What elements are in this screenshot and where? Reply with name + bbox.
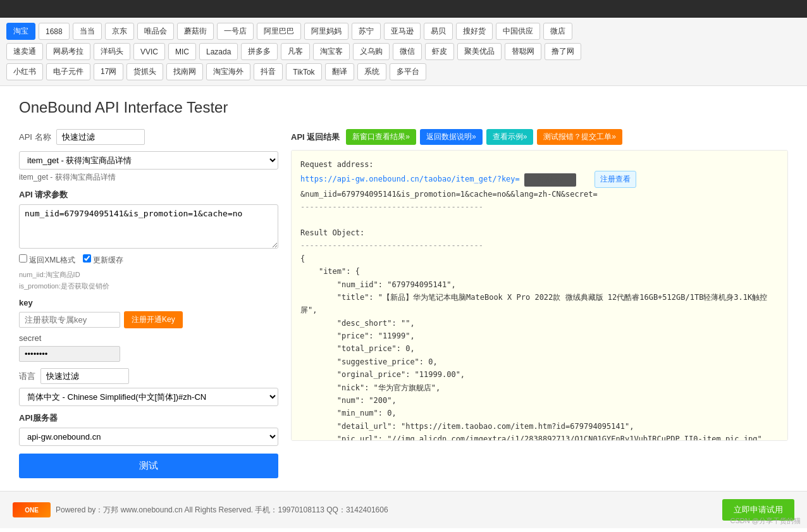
secret-label: secret	[19, 333, 278, 343]
nav-btn-Lazada[interactable]: Lazada	[199, 43, 238, 60]
data-desc-button[interactable]: 返回数据说明»	[420, 129, 483, 145]
cache-checkbox-text: 更新缓存	[93, 256, 123, 264]
nav-btn-虾皮[interactable]: 虾皮	[425, 43, 454, 60]
nav-btn-VVIC[interactable]: VVIC	[133, 43, 165, 60]
submit-ticket-button[interactable]: 测试报错？提交工单»	[537, 129, 622, 145]
nav-btn-找南网[interactable]: 找南网	[166, 63, 203, 80]
nav-btn-翻译[interactable]: 翻译	[325, 63, 354, 80]
main-content: OneBound API Interface Tester API 名称 ite…	[0, 86, 807, 491]
nav-btn-微店[interactable]: 微店	[543, 23, 572, 40]
test-button[interactable]: 测试	[19, 454, 278, 478]
nav-row: 速卖通网易考拉洋码头VVICMICLazada拼多多凡客淘宝客义乌购微信虾皮聚美…	[6, 43, 801, 60]
params-hint: num_iid:淘宝商品ID is_promotion:是否获取促销价	[19, 269, 278, 292]
result-object-label: Result Object:	[300, 226, 779, 239]
request-address-line: Request address:	[300, 158, 779, 171]
register-key-button[interactable]: 注册开通Key	[124, 311, 183, 328]
cache-checkbox-label[interactable]: 更新缓存	[83, 254, 123, 266]
checkbox-row: 返回XML格式 更新缓存	[19, 254, 278, 266]
register-hint: 注册查看	[594, 171, 636, 187]
result-header: API 返回结果 新窗口查看结果» 返回数据说明» 查看示例» 测试报错？提交工…	[291, 129, 788, 145]
key-label: key	[19, 298, 278, 307]
lang-select[interactable]: 简体中文 - Chinese Simplified(中文[简体])#zh-CN	[19, 388, 278, 406]
watermark: CSDN @分享干货的猫	[730, 516, 801, 526]
select-hint: item_get - 获得淘宝商品详情	[19, 172, 278, 183]
nav-btn-速卖通[interactable]: 速卖通	[6, 43, 43, 60]
nav-btn-多平台[interactable]: 多平台	[390, 63, 426, 80]
secret-input[interactable]	[19, 346, 120, 362]
lang-row: 语言	[19, 368, 278, 384]
nav-btn-中国供应[interactable]: 中国供应	[496, 23, 540, 40]
result-title: API 返回结果	[291, 132, 340, 143]
nav-area: 淘宝1688当当京东唯品会蘑菇街一号店阿里巴巴阿里妈妈苏宁亚马逊易贝搜好货中国供…	[0, 18, 807, 86]
url-link[interactable]: https://api-gw.onebound.cn/taobao/item_g…	[300, 175, 520, 183]
xml-checkbox[interactable]	[19, 254, 27, 263]
nav-btn-抖音[interactable]: 抖音	[254, 63, 283, 80]
footer-text: Powered by：万邦 www.onebound.cn All Rights…	[56, 505, 388, 516]
nav-btn-京东[interactable]: 京东	[105, 23, 134, 40]
dashes1: ----------------------------------------	[300, 201, 779, 213]
nav-btn-网易考拉[interactable]: 网易考拉	[46, 43, 90, 60]
cache-checkbox[interactable]	[83, 254, 91, 263]
two-column-layout: API 名称 item_get - 获得淘宝商品详情 item_get - 获得…	[19, 129, 788, 478]
api-name-label: API 名称	[19, 132, 51, 143]
nav-btn-淘宝客[interactable]: 淘宝客	[313, 43, 350, 60]
nav-btn-MIC[interactable]: MIC	[168, 43, 196, 60]
nav-btn-唯品会[interactable]: 唯品会	[137, 23, 174, 40]
nav-btn-微信[interactable]: 微信	[393, 43, 422, 60]
nav-btn-小红书[interactable]: 小红书	[6, 63, 43, 80]
xml-checkbox-text: 返回XML格式	[29, 256, 75, 264]
footer-left: ONE Powered by：万邦 www.onebound.cn All Ri…	[13, 502, 388, 517]
xml-checkbox-label[interactable]: 返回XML格式	[19, 254, 75, 266]
json-result: { "item": { "num_iid": "679794095141", "…	[300, 252, 779, 441]
result-box[interactable]: Request address: https://api-gw.onebound…	[291, 150, 788, 441]
nav-btn-易贝[interactable]: 易贝	[424, 23, 453, 40]
lang-label: 语言	[19, 371, 35, 382]
params-textarea[interactable]: num_iid=679794095141&is_promotion=1&cach…	[19, 204, 278, 249]
new-window-button[interactable]: 新窗口查看结果»	[346, 129, 416, 145]
key-input[interactable]	[19, 312, 120, 328]
nav-btn-拼多多[interactable]: 拼多多	[241, 43, 278, 60]
lang-filter-input[interactable]	[40, 368, 129, 384]
footer: ONE Powered by：万邦 www.onebound.cn All Ri…	[0, 491, 807, 528]
nav-btn-系统[interactable]: 系统	[357, 63, 386, 80]
nav-btn-搜好货[interactable]: 搜好货	[456, 23, 493, 40]
nav-row: 小红书电子元件17网货抓头找南网淘宝海外抖音TikTok翻译系统多平台	[6, 63, 801, 80]
example-button[interactable]: 查看示例»	[486, 129, 534, 145]
url-suffix-line: &num_iid=679794095141&is_promotion=1&cac…	[300, 188, 779, 201]
nav-btn-凡客[interactable]: 凡客	[281, 43, 310, 60]
nav-btn-苏宁[interactable]: 苏宁	[352, 23, 381, 40]
right-panel: API 返回结果 新窗口查看结果» 返回数据说明» 查看示例» 测试报错？提交工…	[291, 129, 788, 478]
api-server-label: API服务器	[19, 412, 278, 424]
api-server-select[interactable]: api-gw.onebound.cn	[19, 428, 278, 446]
footer-logo: ONE	[13, 502, 51, 517]
nav-btn-蘑菇街[interactable]: 蘑菇街	[177, 23, 214, 40]
nav-btn-撸了网[interactable]: 撸了网	[545, 43, 581, 60]
url-line: https://api-gw.onebound.cn/taobao/item_g…	[300, 171, 779, 187]
nav-btn-阿里妈妈[interactable]: 阿里妈妈	[304, 23, 348, 40]
key-row: 注册开通Key	[19, 311, 278, 328]
nav-btn-替聪网[interactable]: 替聪网	[505, 43, 541, 60]
page-title: OneBound API Interface Tester	[19, 99, 788, 116]
nav-btn-1688[interactable]: 1688	[39, 23, 70, 40]
api-name-row: API 名称	[19, 129, 278, 145]
nav-btn-阿里巴巴[interactable]: 阿里巴巴	[257, 23, 301, 40]
nav-btn-货抓头[interactable]: 货抓头	[126, 63, 163, 80]
nav-btn-义乌购[interactable]: 义乌购	[353, 43, 390, 60]
dashes2: ----------------------------------------	[300, 239, 779, 252]
nav-btn-亚马逊[interactable]: 亚马逊	[384, 23, 421, 40]
api-name-input[interactable]	[56, 129, 145, 145]
nav-btn-洋码头[interactable]: 洋码头	[94, 43, 130, 60]
nav-btn-聚美优品[interactable]: 聚美优品	[457, 43, 502, 60]
top-bar	[0, 0, 807, 18]
nav-btn-电子元件[interactable]: 电子元件	[46, 63, 90, 80]
nav-btn-TikTok[interactable]: TikTok	[286, 63, 321, 80]
nav-row: 淘宝1688当当京东唯品会蘑菇街一号店阿里巴巴阿里妈妈苏宁亚马逊易贝搜好货中国供…	[6, 23, 801, 40]
api-select[interactable]: item_get - 获得淘宝商品详情	[19, 151, 278, 170]
nav-btn-淘宝海外[interactable]: 淘宝海外	[206, 63, 250, 80]
nav-btn-淘宝[interactable]: 淘宝	[6, 23, 35, 40]
nav-btn-一号店[interactable]: 一号店	[217, 23, 254, 40]
left-panel: API 名称 item_get - 获得淘宝商品详情 item_get - 获得…	[19, 129, 278, 478]
key-mask: 您的key	[524, 173, 576, 187]
nav-btn-17网[interactable]: 17网	[94, 63, 123, 80]
nav-btn-当当[interactable]: 当当	[73, 23, 102, 40]
